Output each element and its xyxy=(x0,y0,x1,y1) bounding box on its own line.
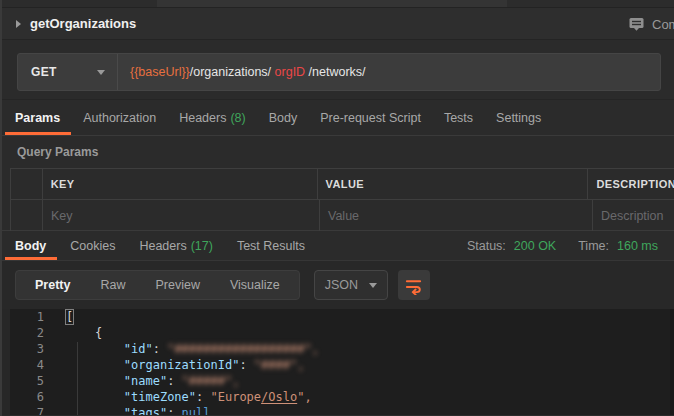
code-line: 7 "tags": null xyxy=(2,405,674,415)
code-token: "name" xyxy=(124,374,167,388)
scrollbar-track[interactable] xyxy=(670,309,674,415)
code-token: "##################", xyxy=(167,342,319,356)
code-token xyxy=(66,342,124,356)
response-headers-count-badge: (17) xyxy=(191,239,213,253)
code-line: 3 "id": "##################", xyxy=(2,341,674,357)
response-tab-headers[interactable]: Headers(17) xyxy=(139,231,212,260)
url-box: GET {{baseUrl}}/organizations/ orgID /ne… xyxy=(17,53,661,91)
code-token: "organizationId" xyxy=(124,358,240,372)
wrap-lines-icon xyxy=(404,276,423,295)
value-input[interactable]: Value xyxy=(320,200,593,231)
request-tabs: Params Authorization Headers(8) Body Pre… xyxy=(2,100,674,136)
code-token: : xyxy=(196,390,210,404)
column-header-value: VALUE xyxy=(326,178,364,190)
code-token: "timeZone" xyxy=(124,390,196,404)
response-tab-cookies[interactable]: Cookies xyxy=(70,231,115,260)
code-line: 1[ xyxy=(2,309,674,325)
code-token: : xyxy=(167,374,181,388)
table-row: Key Value Description xyxy=(11,200,674,231)
format-select[interactable]: JSON xyxy=(314,270,388,300)
status-badge: 200 OK xyxy=(514,239,556,253)
code-token: ", xyxy=(297,390,311,404)
code-line: 5 "name": "#####", xyxy=(2,373,674,389)
tab-settings[interactable]: Settings xyxy=(496,100,541,135)
code-token: "Europe xyxy=(211,390,262,404)
view-tab-preview[interactable]: Preview xyxy=(140,278,214,292)
code-left-rail xyxy=(2,309,10,415)
query-params-section: Query Params KEY VALUE DESCRIPTION Key V… xyxy=(2,136,674,231)
response-tabs-bar: Body Cookies Headers(17) Test Results St… xyxy=(2,231,674,261)
code-lines: 1[2 {3 "id": "##################",4 "org… xyxy=(2,309,674,415)
row-gutter xyxy=(11,200,43,231)
code-token: [ xyxy=(66,310,73,324)
time-label: Time: xyxy=(578,239,609,253)
code-token xyxy=(66,358,124,372)
table-header-row: KEY VALUE DESCRIPTION xyxy=(11,169,674,200)
response-tab-test-results[interactable]: Test Results xyxy=(237,231,305,260)
chevron-down-icon xyxy=(97,70,105,75)
description-input[interactable]: Description xyxy=(593,200,674,231)
format-selected-value: JSON xyxy=(325,278,358,292)
method-select[interactable]: GET xyxy=(18,54,118,90)
code-token: null xyxy=(182,406,211,415)
view-tab-visualize[interactable]: Visualize xyxy=(215,278,295,292)
request-header: getOrganizations Comments xyxy=(2,8,674,40)
method-label: GET xyxy=(31,65,57,79)
query-params-title: Query Params xyxy=(2,136,674,159)
chevron-down-icon xyxy=(369,283,377,288)
code-token: { xyxy=(66,326,102,340)
time-badge: 160 ms xyxy=(617,239,658,253)
column-header-key: KEY xyxy=(51,178,75,190)
view-tab-raw[interactable]: Raw xyxy=(85,278,140,292)
code-line: 6 "timeZone": "Europe/Oslo", xyxy=(2,389,674,405)
url-builder-section: GET {{baseUrl}}/organizations/ orgID /ne… xyxy=(2,40,674,100)
comments-button[interactable]: Comments xyxy=(628,8,674,40)
code-token: : xyxy=(239,358,253,372)
tab-pre-request-script[interactable]: Pre-request Script xyxy=(320,100,421,135)
tab-body[interactable]: Body xyxy=(269,100,298,135)
view-tab-pretty[interactable]: Pretty xyxy=(20,278,85,292)
code-line: 2 { xyxy=(2,325,674,341)
code-token: : xyxy=(153,342,167,356)
url-part-error: orgID xyxy=(275,65,306,79)
column-header-description: DESCRIPTION xyxy=(596,178,674,190)
code-token: "####", xyxy=(254,358,305,372)
tab-bar-sliver xyxy=(2,0,674,8)
key-input[interactable]: Key xyxy=(43,200,320,231)
collapse-caret-icon[interactable] xyxy=(16,20,21,28)
response-meta: Status: 200 OK Time: 160 ms xyxy=(467,231,658,260)
code-token xyxy=(66,390,124,404)
wrap-lines-button[interactable] xyxy=(398,270,430,300)
code-token: /Oslo xyxy=(261,390,297,404)
row-gutter xyxy=(11,169,43,199)
indent-guide xyxy=(77,342,78,415)
code-token xyxy=(66,406,124,415)
tab-tests[interactable]: Tests xyxy=(444,100,473,135)
url-part-plain: /networks/ xyxy=(305,65,365,79)
view-mode-group: Pretty Raw Preview Visualize xyxy=(15,270,300,300)
url-part-variable: {{baseUrl}} xyxy=(130,65,190,79)
tab-headers[interactable]: Headers(8) xyxy=(179,100,246,135)
comments-label: Comments xyxy=(652,17,674,32)
url-part-plain: /organizations/ xyxy=(190,65,275,79)
headers-count-badge: (8) xyxy=(230,111,245,125)
status-label: Status: xyxy=(467,239,506,253)
code-line: 4 "organizationId": "####", xyxy=(2,357,674,373)
code-token: "id" xyxy=(124,342,153,356)
response-tab-body[interactable]: Body xyxy=(15,231,46,260)
postman-window: getOrganizations Comments GET {{baseUrl}… xyxy=(2,0,674,416)
active-request-tab-sliver xyxy=(157,0,507,7)
tab-params[interactable]: Params xyxy=(15,100,60,135)
response-view-toolbar: Pretty Raw Preview Visualize JSON xyxy=(2,261,674,309)
code-token: : xyxy=(167,406,181,415)
code-token: "#####", xyxy=(182,374,240,388)
query-params-table: KEY VALUE DESCRIPTION Key Value Descript… xyxy=(10,168,674,232)
comment-icon xyxy=(628,16,645,33)
url-input[interactable]: {{baseUrl}}/organizations/ orgID /networ… xyxy=(118,54,660,90)
response-body[interactable]: 1[2 {3 "id": "##################",4 "org… xyxy=(2,309,674,415)
request-title: getOrganizations xyxy=(30,16,136,31)
code-token: "tags" xyxy=(124,406,167,415)
code-token xyxy=(66,374,124,388)
tab-authorization[interactable]: Authorization xyxy=(83,100,156,135)
